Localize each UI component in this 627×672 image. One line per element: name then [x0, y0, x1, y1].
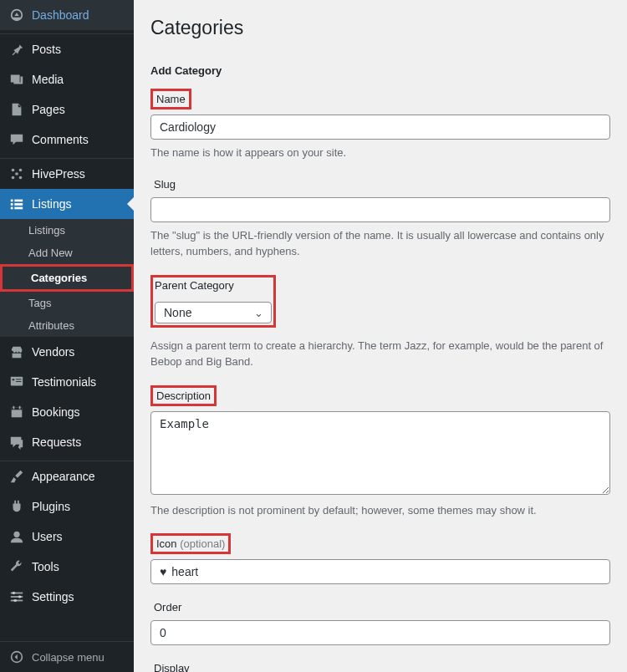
svg-rect-13	[16, 379, 21, 379]
hivepress-icon	[8, 165, 25, 182]
list-icon	[8, 196, 25, 212]
user-icon	[8, 528, 25, 545]
slug-input[interactable]	[150, 197, 610, 222]
sidebar-item-label: Bookings	[32, 405, 80, 419]
order-input[interactable]	[150, 620, 610, 645]
sidebar-item-label: Requests	[32, 435, 81, 449]
sidebar-item-label: Plugins	[32, 500, 70, 513]
sidebar-item-label: HivePress	[32, 167, 85, 181]
page-title: Categories	[150, 17, 610, 39]
svg-point-1	[19, 169, 23, 172]
name-desc: The name is how it appears on your site.	[150, 145, 610, 161]
svg-rect-9	[11, 207, 13, 210]
svg-rect-7	[11, 203, 13, 206]
sidebar-item-hivepress[interactable]: HivePress	[0, 159, 134, 189]
section-title: Add Category	[150, 64, 610, 77]
vendor-icon	[8, 344, 25, 360]
sidebar-item-vendors[interactable]: Vendors	[0, 337, 134, 367]
name-label: Name	[150, 89, 191, 109]
collapse-label: Collapse menu	[32, 651, 104, 664]
svg-rect-6	[14, 200, 23, 202]
sidebar-item-label: Pages	[32, 103, 65, 116]
sidebar-item-pages[interactable]: Pages	[0, 94, 134, 125]
svg-rect-10	[14, 207, 23, 210]
sidebar-item-comments[interactable]: Comments	[0, 125, 134, 155]
svg-point-3	[19, 176, 23, 180]
sidebar-item-listings[interactable]: Listings	[0, 189, 134, 219]
page-icon	[8, 101, 25, 118]
sidebar-item-plugins[interactable]: Plugins	[0, 491, 134, 522]
comment-icon	[8, 131, 25, 148]
slug-label: Slug	[150, 176, 179, 192]
heart-icon: ♥	[160, 565, 166, 578]
svg-point-19	[13, 532, 19, 537]
request-icon	[8, 434, 25, 451]
gauge-icon	[8, 7, 25, 23]
media-icon	[8, 71, 25, 88]
svg-rect-14	[16, 381, 21, 382]
sidebar-item-label: Dashboard	[32, 8, 89, 22]
sidebar-item-label: Tools	[32, 560, 59, 573]
svg-rect-5	[11, 200, 13, 202]
submenu-item-tags[interactable]: Tags	[0, 292, 134, 314]
submenu-item-addnew[interactable]: Add New	[0, 242, 134, 264]
main-content: Categories Add Category Name The name is…	[134, 0, 627, 672]
svg-rect-12	[13, 379, 15, 380]
wrench-icon	[8, 558, 25, 575]
display-label: Display	[150, 660, 193, 672]
sidebar-item-posts[interactable]: Posts	[0, 34, 134, 64]
svg-rect-17	[13, 406, 15, 410]
testimonial-icon	[8, 374, 25, 390]
parent-select[interactable]: None	[155, 302, 272, 323]
sidebar-item-label: Listings	[32, 197, 71, 211]
order-label: Order	[150, 599, 185, 615]
field-icon: Icon (optional) ♥ heart	[150, 533, 610, 584]
description-textarea[interactable]	[150, 411, 610, 495]
sidebar-item-tools[interactable]: Tools	[0, 552, 134, 582]
svg-point-2	[12, 176, 15, 180]
sidebar-item-label: Settings	[32, 590, 74, 603]
svg-point-4	[15, 172, 18, 176]
pin-icon	[8, 41, 25, 58]
sidebar-item-users[interactable]: Users	[0, 522, 134, 552]
sidebar-item-requests[interactable]: Requests	[0, 427, 134, 457]
sidebar-item-label: Comments	[32, 133, 89, 146]
svg-rect-8	[14, 203, 23, 206]
field-parent: Parent Category None ⌄ Assign a parent t…	[150, 275, 610, 370]
slug-desc: The "slug" is the URL-friendly version o…	[150, 227, 610, 260]
sidebar-item-bookings[interactable]: Bookings	[0, 397, 134, 427]
icon-label: Icon (optional)	[150, 533, 231, 554]
name-input[interactable]	[150, 115, 610, 140]
icon-input[interactable]: ♥ heart	[150, 559, 610, 584]
svg-point-23	[13, 592, 16, 595]
sidebar-item-media[interactable]: Media	[0, 64, 134, 94]
collapse-icon	[8, 649, 25, 665]
sidebar-item-settings[interactable]: Settings	[0, 582, 134, 612]
collapse-menu[interactable]: Collapse menu	[0, 641, 134, 672]
parent-box: Parent Category None ⌄	[150, 275, 276, 328]
sidebar-item-appearance[interactable]: Appearance	[0, 461, 134, 491]
svg-point-25	[13, 599, 17, 603]
svg-point-24	[18, 595, 22, 598]
submenu-item-attributes[interactable]: Attributes	[0, 314, 134, 337]
field-slug: Slug The "slug" is the URL-friendly vers…	[150, 176, 610, 260]
field-name: Name The name is how it appears on your …	[150, 89, 610, 161]
submenu-item-categories[interactable]: Categories	[0, 264, 134, 292]
icon-value: heart	[171, 565, 198, 578]
sidebar-item-label: Testimonials	[32, 375, 96, 389]
sidebar-item-label: Media	[32, 73, 64, 86]
sidebar-item-label: Vendors	[32, 345, 74, 359]
sidebar-item-label: Posts	[32, 43, 61, 56]
sidebar-item-testimonials[interactable]: Testimonials	[0, 367, 134, 397]
sidebar-item-label: Appearance	[32, 470, 95, 483]
admin-sidebar: Dashboard Posts Media Pages Comments Hiv…	[0, 0, 134, 672]
field-description: Description The description is not promi…	[150, 385, 610, 519]
sidebar-item-dashboard[interactable]: Dashboard	[0, 0, 134, 30]
plugin-icon	[8, 498, 25, 515]
svg-rect-18	[19, 406, 21, 410]
field-display: Display Display subcategories	[150, 660, 610, 672]
submenu-item-listings[interactable]: Listings	[0, 219, 134, 242]
brush-icon	[8, 468, 25, 485]
field-order: Order	[150, 599, 610, 645]
calendar-icon	[8, 404, 25, 420]
